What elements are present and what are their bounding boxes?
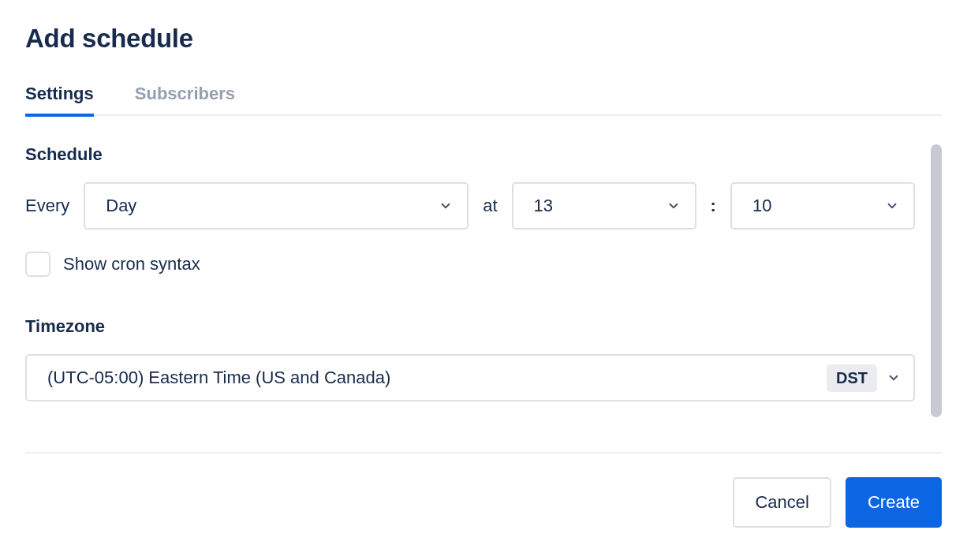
timezone-section: Timezone (UTC-05:00) Eastern Time (US an…	[25, 316, 920, 401]
tabs: Settings Subscribers	[25, 84, 942, 116]
every-label: Every	[25, 196, 69, 216]
chevron-down-icon	[885, 199, 899, 213]
timezone-value: (UTC-05:00) Eastern Time (US and Canada)	[47, 368, 390, 388]
time-separator: :	[711, 196, 716, 216]
chevron-down-icon	[439, 199, 453, 213]
create-button[interactable]: Create	[846, 477, 942, 528]
schedule-heading: Schedule	[25, 144, 920, 165]
dialog-footer: Cancel Create	[25, 452, 942, 528]
chevron-down-icon	[666, 199, 681, 213]
show-cron-row: Show cron syntax	[25, 252, 920, 277]
hour-select[interactable]: 13	[512, 182, 696, 230]
minute-value: 10	[752, 196, 771, 216]
dst-badge: DST	[827, 364, 877, 392]
minute-select[interactable]: 10	[730, 182, 915, 230]
add-schedule-dialog: Add schedule Settings Subscribers Schedu…	[0, 0, 967, 560]
show-cron-checkbox[interactable]	[25, 252, 50, 277]
schedule-row: Every Day at 13 : 10	[25, 182, 920, 230]
chevron-down-icon	[887, 371, 901, 385]
hour-value: 13	[534, 196, 553, 216]
at-label: at	[483, 196, 497, 216]
tab-subscribers[interactable]: Subscribers	[135, 84, 235, 117]
page-title: Add schedule	[25, 24, 942, 54]
scrollbar-thumb[interactable]	[931, 144, 942, 417]
settings-panel: Schedule Every Day at 13 : 10	[25, 144, 942, 428]
show-cron-label[interactable]: Show cron syntax	[63, 254, 200, 274]
timezone-select[interactable]: (UTC-05:00) Eastern Time (US and Canada)…	[25, 354, 915, 401]
cancel-button[interactable]: Cancel	[733, 477, 831, 528]
scrollbar[interactable]	[931, 144, 942, 417]
frequency-value: Day	[106, 196, 136, 216]
frequency-select[interactable]: Day	[84, 182, 469, 230]
timezone-heading: Timezone	[25, 316, 920, 337]
tab-settings[interactable]: Settings	[25, 84, 94, 117]
